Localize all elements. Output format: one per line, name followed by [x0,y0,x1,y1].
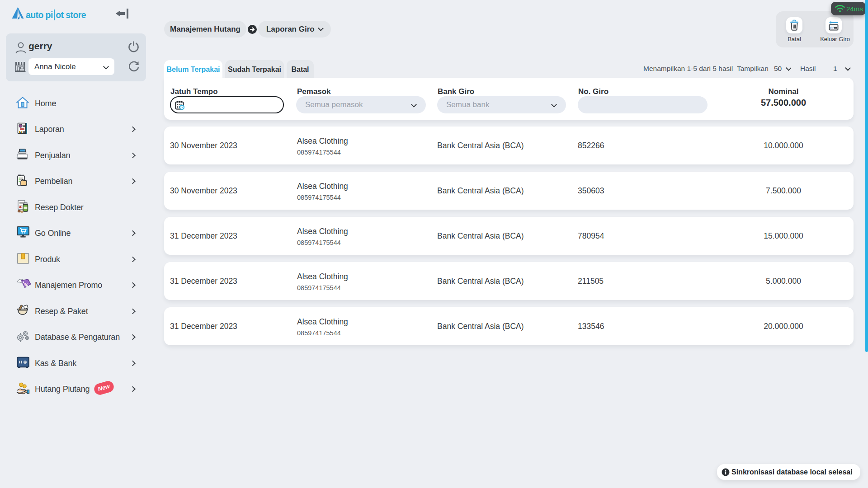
svg-text:RP: RP [830,26,835,29]
svg-text:%: % [23,282,29,288]
